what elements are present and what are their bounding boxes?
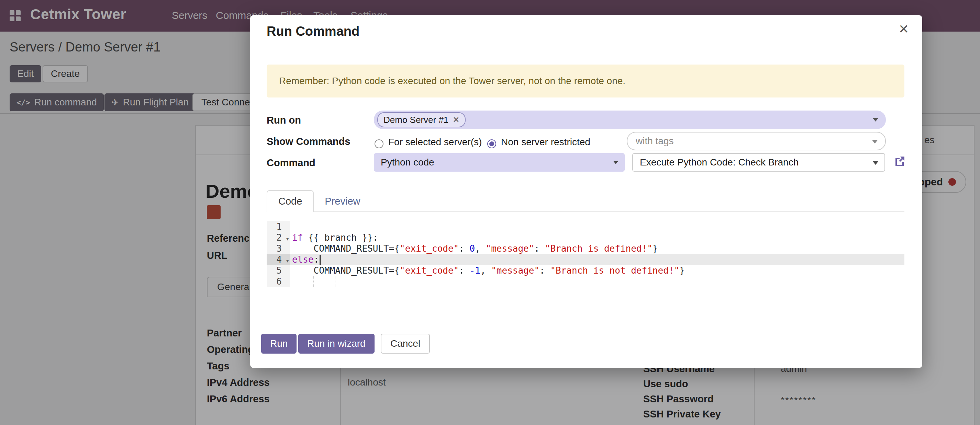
code-text: COMMAND_RESULT={"exit_code": 0, "message… [290, 243, 904, 254]
command-type-value: Python code [381, 157, 434, 168]
run-on-field[interactable]: Demo Server #1 ✕ [374, 111, 886, 129]
external-link-icon[interactable] [893, 155, 906, 168]
code-line-3[interactable]: 3 COMMAND_RESULT={"exit_code": 0, "messa… [267, 243, 904, 254]
close-icon[interactable]: × [899, 19, 908, 38]
line-number: 6 [267, 276, 290, 287]
chevron-down-icon [873, 161, 878, 165]
screen: Cetmix Tower Servers Commands Files Tool… [0, 0, 980, 425]
code-editor[interactable]: 12▾if {{ branch }}:3 COMMAND_RESULT={"ex… [267, 221, 904, 287]
run-command-dialog: Run Command × Remember: Python code is e… [250, 15, 922, 368]
code-text: COMMAND_RESULT={"exit_code": -1, "messag… [290, 265, 904, 276]
tab-preview[interactable]: Preview [314, 191, 371, 211]
dialog-title: Run Command [267, 24, 360, 39]
line-number: 4▾ [267, 254, 290, 265]
code-text [290, 221, 904, 232]
command-value: Execute Python Code: Check Branch [640, 157, 799, 168]
tab-code[interactable]: Code [267, 190, 314, 212]
indent-guide [335, 276, 336, 287]
text-cursor [320, 255, 321, 265]
code-line-6[interactable]: 6 [267, 276, 904, 287]
code-text: if {{ branch }}: [290, 232, 904, 243]
chevron-down-icon [873, 118, 878, 122]
radio-non-restricted-label[interactable]: Non server restricted [501, 136, 590, 147]
radio-selected-servers[interactable] [375, 140, 383, 148]
line-number: 1 [267, 221, 290, 232]
cancel-button[interactable]: Cancel [381, 334, 430, 354]
code-text: else: [290, 254, 904, 265]
remove-tag-icon[interactable]: ✕ [453, 115, 460, 125]
code-line-2[interactable]: 2▾if {{ branch }}: [267, 232, 904, 243]
label-command: Command [267, 157, 315, 168]
label-run-on: Run on [267, 115, 301, 126]
chevron-down-icon [872, 140, 878, 143]
run-in-wizard-button[interactable]: Run in wizard [298, 334, 375, 354]
code-line-5[interactable]: 5 COMMAND_RESULT={"exit_code": -1, "mess… [267, 265, 904, 276]
line-number: 3 [267, 243, 290, 254]
python-warning-banner: Remember: Python code is executed on the… [267, 65, 904, 97]
code-text [290, 276, 904, 287]
label-show-commands: Show Commands [267, 136, 350, 147]
radio-selected-servers-label[interactable]: For selected server(s) [388, 136, 482, 147]
radio-non-restricted[interactable] [487, 140, 496, 148]
code-line-4[interactable]: 4▾else: [267, 254, 904, 265]
with-tags-placeholder: with tags [636, 136, 674, 146]
line-number: 5 [267, 265, 290, 276]
server-tag-label: Demo Server #1 [383, 115, 449, 125]
run-button[interactable]: Run [261, 334, 296, 354]
chevron-down-icon [613, 161, 619, 164]
editor-tabs: Code Preview [267, 190, 904, 212]
indent-guide [313, 276, 314, 287]
command-type-select[interactable]: Python code [374, 153, 625, 172]
server-tag-chip[interactable]: Demo Server #1 ✕ [377, 112, 466, 127]
command-select[interactable]: Execute Python Code: Check Branch [632, 153, 885, 172]
code-line-1[interactable]: 1 [267, 221, 904, 232]
with-tags-select[interactable]: with tags [627, 132, 886, 151]
line-number: 2▾ [267, 232, 290, 243]
